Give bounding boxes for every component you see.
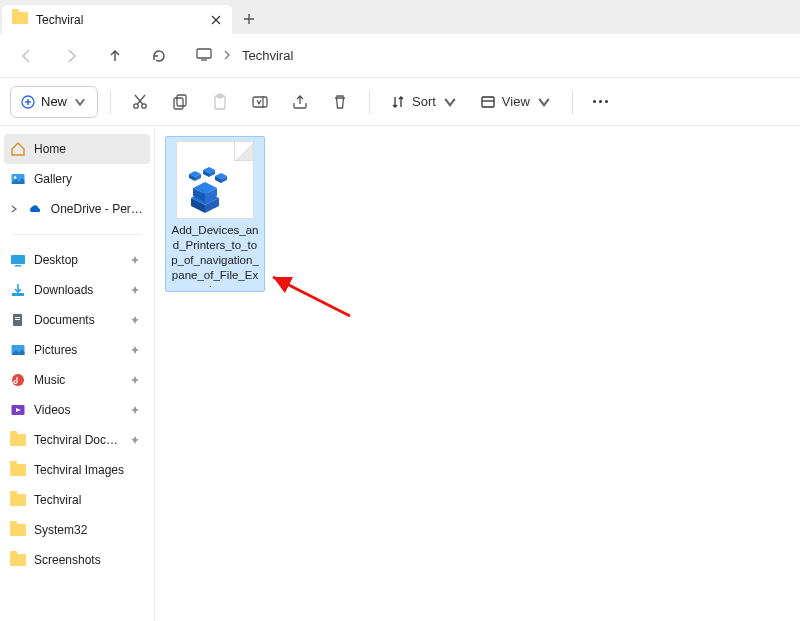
view-label: View bbox=[502, 94, 530, 109]
sidebar-item-label: Pictures bbox=[34, 343, 77, 357]
folder-icon bbox=[10, 492, 26, 508]
folder-icon bbox=[10, 522, 26, 538]
videos-icon bbox=[10, 402, 26, 418]
svg-rect-4 bbox=[174, 98, 183, 109]
separator bbox=[369, 90, 370, 114]
rename-button[interactable] bbox=[243, 85, 277, 119]
sidebar-item-label: Techviral Docum bbox=[34, 433, 122, 447]
sidebar-item-label: Screenshots bbox=[34, 553, 101, 567]
address-bar[interactable]: Techviral bbox=[186, 40, 790, 72]
navigation-pane[interactable]: Home Gallery OneDrive - Persona Desktop bbox=[0, 126, 155, 621]
file-name: Add_Devices_and_Printers_to_top_of_navig… bbox=[170, 223, 260, 287]
sidebar-item-label: Home bbox=[34, 142, 66, 156]
sidebar-item-label: Videos bbox=[34, 403, 70, 417]
svg-point-2 bbox=[134, 103, 138, 107]
sidebar-item-folder[interactable]: System32 bbox=[0, 515, 154, 545]
refresh-button[interactable] bbox=[142, 39, 176, 73]
home-icon bbox=[10, 141, 26, 157]
forward-button[interactable] bbox=[54, 39, 88, 73]
tab-strip: Techviral bbox=[0, 0, 800, 34]
pin-icon bbox=[130, 375, 144, 385]
pc-icon bbox=[196, 46, 212, 65]
sort-button[interactable]: Sort bbox=[382, 86, 466, 118]
desktop-icon bbox=[10, 252, 26, 268]
up-button[interactable] bbox=[98, 39, 132, 73]
sidebar-item-folder[interactable]: Screenshots bbox=[0, 545, 154, 575]
svg-point-19 bbox=[12, 374, 24, 386]
svg-rect-17 bbox=[15, 319, 20, 320]
sidebar-item-label: OneDrive - Persona bbox=[51, 202, 144, 216]
tab-close-button[interactable] bbox=[206, 10, 226, 30]
sidebar-item-downloads[interactable]: Downloads bbox=[0, 275, 154, 305]
sidebar-item-label: System32 bbox=[34, 523, 87, 537]
pin-icon bbox=[130, 405, 144, 415]
reg-file-icon bbox=[176, 141, 254, 219]
pin-icon bbox=[130, 345, 144, 355]
svg-rect-9 bbox=[482, 97, 494, 107]
sidebar-item-gallery[interactable]: Gallery bbox=[0, 164, 154, 194]
main-area: Home Gallery OneDrive - Persona Desktop bbox=[0, 126, 800, 621]
music-icon bbox=[10, 372, 26, 388]
chevron-down-icon bbox=[73, 95, 87, 109]
sidebar-item-folder[interactable]: Techviral Images bbox=[0, 455, 154, 485]
svg-rect-16 bbox=[15, 317, 20, 318]
sidebar-item-home[interactable]: Home bbox=[4, 134, 150, 164]
sidebar-item-onedrive[interactable]: OneDrive - Persona bbox=[0, 194, 154, 224]
delete-button[interactable] bbox=[323, 85, 357, 119]
sidebar-item-pictures[interactable]: Pictures bbox=[0, 335, 154, 365]
gallery-icon bbox=[10, 171, 26, 187]
chevron-down-icon bbox=[442, 94, 458, 110]
pin-icon bbox=[130, 285, 144, 295]
sidebar-item-documents[interactable]: Documents bbox=[0, 305, 154, 335]
sidebar-item-desktop[interactable]: Desktop bbox=[0, 245, 154, 275]
new-button-label: New bbox=[41, 94, 67, 109]
more-button[interactable] bbox=[585, 100, 616, 103]
pin-icon bbox=[130, 255, 144, 265]
tab-title: Techviral bbox=[36, 13, 198, 27]
documents-icon bbox=[10, 312, 26, 328]
back-button[interactable] bbox=[10, 39, 44, 73]
svg-rect-0 bbox=[197, 49, 211, 58]
onedrive-icon bbox=[27, 201, 43, 217]
file-item-selected[interactable]: Add_Devices_and_Printers_to_top_of_navig… bbox=[165, 136, 265, 292]
separator bbox=[12, 234, 142, 235]
folder-icon bbox=[10, 552, 26, 568]
sidebar-item-folder[interactable]: Techviral Docum bbox=[0, 425, 154, 455]
sidebar-item-label: Downloads bbox=[34, 283, 93, 297]
sidebar-item-label: Desktop bbox=[34, 253, 78, 267]
new-button[interactable]: New bbox=[10, 86, 98, 118]
new-tab-button[interactable] bbox=[232, 4, 266, 34]
annotation-arrow bbox=[265, 271, 355, 321]
sidebar-item-label: Techviral Images bbox=[34, 463, 124, 477]
sidebar-item-folder[interactable]: Techviral bbox=[0, 485, 154, 515]
copy-button[interactable] bbox=[163, 85, 197, 119]
command-bar: New Sort View bbox=[0, 78, 800, 126]
svg-point-11 bbox=[14, 176, 16, 178]
nav-bar: Techviral bbox=[0, 34, 800, 78]
chevron-right-icon bbox=[222, 49, 232, 63]
separator bbox=[572, 90, 573, 114]
chevron-down-icon bbox=[536, 94, 552, 110]
tab-active[interactable]: Techviral bbox=[2, 4, 232, 34]
svg-line-21 bbox=[273, 277, 350, 316]
sidebar-item-label: Techviral bbox=[34, 493, 81, 507]
sort-label: Sort bbox=[412, 94, 436, 109]
svg-rect-14 bbox=[12, 293, 24, 296]
view-button[interactable]: View bbox=[472, 86, 560, 118]
downloads-icon bbox=[10, 282, 26, 298]
file-list[interactable]: Add_Devices_and_Printers_to_top_of_navig… bbox=[155, 126, 800, 621]
sidebar-item-music[interactable]: Music bbox=[0, 365, 154, 395]
pin-icon bbox=[130, 435, 144, 445]
breadcrumb-current[interactable]: Techviral bbox=[242, 48, 293, 63]
pictures-icon bbox=[10, 342, 26, 358]
expand-chevron-icon[interactable] bbox=[10, 205, 19, 213]
share-button[interactable] bbox=[283, 85, 317, 119]
folder-icon bbox=[10, 462, 26, 478]
sidebar-item-videos[interactable]: Videos bbox=[0, 395, 154, 425]
sidebar-item-label: Music bbox=[34, 373, 65, 387]
cut-button[interactable] bbox=[123, 85, 157, 119]
sidebar-item-label: Documents bbox=[34, 313, 95, 327]
svg-point-3 bbox=[142, 103, 146, 107]
sidebar-item-label: Gallery bbox=[34, 172, 72, 186]
paste-button[interactable] bbox=[203, 85, 237, 119]
